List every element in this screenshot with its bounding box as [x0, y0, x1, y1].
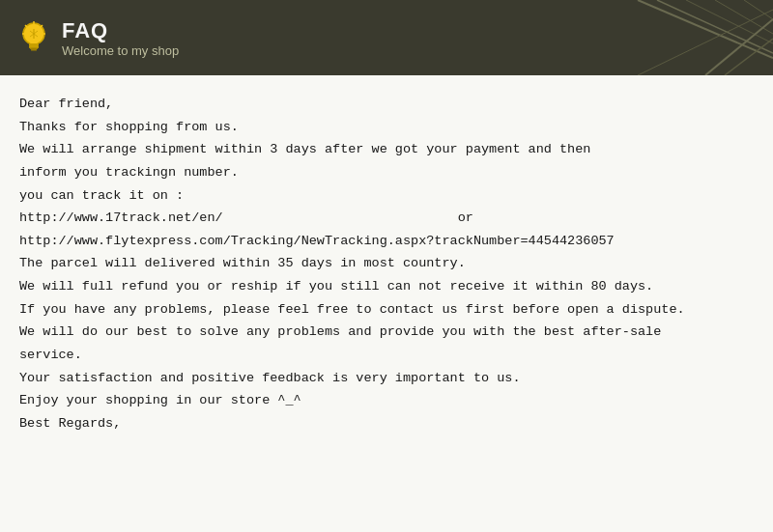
content-line-14: Best Regards,	[19, 412, 754, 435]
svg-rect-7	[31, 49, 37, 51]
content-line-5: http://www.17track.net/en/ or	[19, 207, 754, 230]
content-line-11: service.	[19, 344, 754, 367]
svg-line-15	[686, 0, 773, 43]
content-line-13: Enjoy your shopping in our store ^_^	[19, 389, 754, 412]
content-line-12: Your satisfaction and positive feedback …	[19, 367, 754, 390]
content-area: Dear friend,Thanks for shopping from us.…	[0, 75, 773, 532]
content-line-4: you can track it on :	[19, 184, 754, 208]
content-line-9: If you have any problems, please feel fr…	[19, 298, 754, 322]
header-decoration	[560, 0, 773, 75]
header-subtitle: Welcome to my shop	[62, 43, 179, 58]
header: FAQ Welcome to my shop	[0, 0, 773, 75]
content-line-8: We will full refund you or reship if you…	[19, 275, 754, 298]
svg-line-19	[725, 39, 773, 75]
content-line-2: We will arrange shipment within 3 days a…	[19, 138, 754, 161]
header-logo: FAQ Welcome to my shop	[15, 18, 179, 58]
content-line-0: Dear friend,	[19, 93, 754, 116]
svg-line-18	[705, 19, 773, 75]
bulb-icon	[15, 19, 52, 56]
content-line-3: inform you trackingn number.	[19, 161, 754, 184]
content-lines: Dear friend,Thanks for shopping from us.…	[19, 93, 754, 434]
content-line-7: The parcel will delivered within 35 days…	[19, 252, 754, 275]
content-line-6: http://www.flytexpress.com/Tracking/NewT…	[19, 230, 754, 253]
content-line-1: Thanks for shopping from us.	[19, 116, 754, 139]
content-line-10: We will do our best to solve any problem…	[19, 321, 754, 344]
header-title: FAQ	[62, 18, 179, 43]
header-text: FAQ Welcome to my shop	[62, 18, 179, 58]
svg-line-13	[638, 0, 773, 58]
svg-line-20	[638, 10, 773, 75]
svg-rect-6	[30, 48, 38, 50]
